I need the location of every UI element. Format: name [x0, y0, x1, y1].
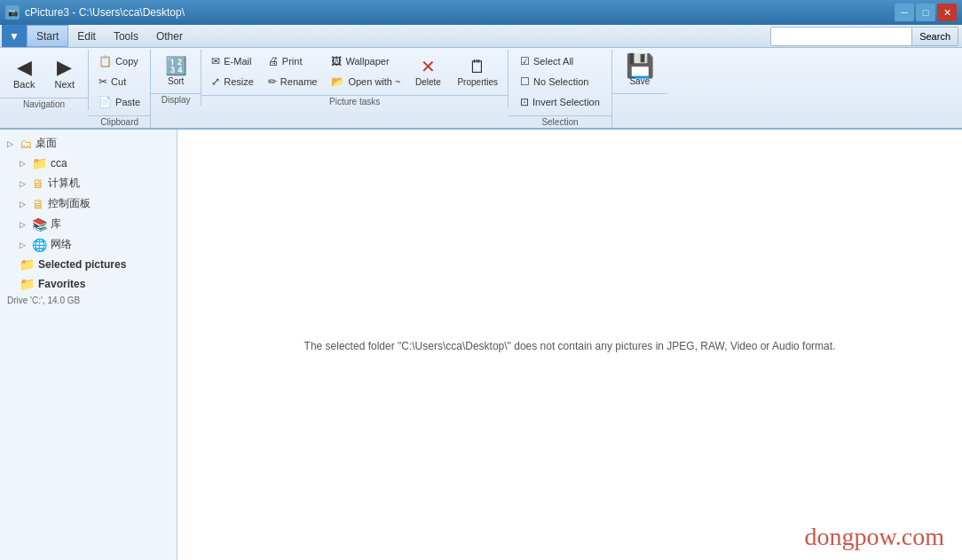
window-controls: ─ □ ✕	[895, 4, 957, 21]
invert-selection-icon: ⊡	[520, 96, 529, 108]
properties-icon: 🗒	[469, 56, 486, 77]
back-button[interactable]: ◀ Back	[5, 51, 43, 94]
resize-icon: ⤢	[211, 75, 220, 88]
open-with-icon: 📂	[331, 75, 344, 88]
expander-desktop[interactable]: ▷	[7, 139, 20, 148]
watermark: dongpow.com	[804, 523, 944, 551]
print-icon: 🖨	[268, 55, 279, 67]
open-with-button[interactable]: 📂 Open with ~	[325, 72, 406, 91]
delete-button[interactable]: ✕ Delete	[408, 52, 447, 91]
invert-selection-button[interactable]: ⊡ Invert Selection	[514, 92, 606, 112]
copy-icon: 📋	[99, 55, 112, 67]
sidebar-item-network[interactable]: ▷ 🌐 网络	[0, 234, 177, 255]
print-button[interactable]: 🖨 Print	[262, 51, 324, 71]
save-label	[612, 93, 667, 96]
expander-cca[interactable]: ▷	[20, 159, 32, 168]
menu-start[interactable]: Start	[27, 25, 68, 47]
close-button[interactable]: ✕	[937, 4, 957, 21]
sidebar-item-computer[interactable]: ▷ 🖥 计算机	[0, 173, 177, 193]
folder-icon-library: 📚	[32, 217, 47, 232]
selection-label: Selection	[509, 115, 611, 128]
sidebar: ▷ 🗂 桌面 ▷ 📁 cca ▷ 🖥 计算机 ▷ 🖥 控制面板	[0, 130, 177, 560]
menu-tools[interactable]: Tools	[105, 25, 147, 47]
sort-button[interactable]: 🔢 Sort	[156, 51, 195, 90]
picture-tasks-label: Picture tasks	[201, 95, 508, 107]
ribbon-display-section: 🔢 Sort Display	[151, 50, 201, 106]
email-button[interactable]: ✉ E-Mail	[205, 51, 260, 71]
paste-button[interactable]: 📄 Paste	[92, 92, 146, 112]
menu-other[interactable]: Other	[147, 25, 192, 47]
rename-icon: ✏	[268, 75, 277, 88]
expander-controlpanel[interactable]: ▷	[20, 200, 32, 209]
select-all-icon: ☑	[520, 55, 530, 67]
sidebar-item-desktop[interactable]: ▷ 🗂 桌面	[0, 133, 177, 154]
save-button[interactable]: 💾 Save	[619, 51, 660, 90]
ribbon-navigation-section: ◀ Back ▶ Next Navigation	[0, 50, 89, 110]
rename-button[interactable]: ✏ Rename	[262, 72, 324, 91]
back-icon: ◀	[17, 56, 32, 79]
content-area: The selected folder "C:\Users\cca\Deskto…	[177, 130, 962, 560]
no-selection-button[interactable]: ☐ No Selection	[514, 72, 606, 91]
expander-network[interactable]: ▷	[20, 241, 32, 249]
sidebar-item-selected-pictures[interactable]: 📁 Selected pictures	[0, 255, 177, 274]
paste-icon: 📄	[99, 96, 112, 108]
email-icon: ✉	[211, 55, 220, 67]
folder-icon-selected: 📁	[20, 257, 35, 272]
main-area: ▷ 🗂 桌面 ▷ 📁 cca ▷ 🖥 计算机 ▷ 🖥 控制面板	[0, 130, 962, 560]
menu-edit[interactable]: Edit	[68, 25, 105, 47]
folder-icon-controlpanel: 🖥	[32, 197, 44, 211]
next-icon: ▶	[57, 56, 72, 79]
sidebar-item-favorites[interactable]: 📁 Favorites	[0, 274, 177, 294]
next-button[interactable]: ▶ Next	[46, 51, 83, 94]
delete-icon: ✕	[421, 56, 436, 77]
maximize-button[interactable]: □	[916, 4, 935, 21]
content-message: The selected folder "C:\Users\cca\Deskto…	[304, 340, 836, 352]
cut-button[interactable]: ✂ Cut	[92, 72, 146, 91]
sidebar-item-controlpanel[interactable]: ▷ 🖥 控制面板	[0, 193, 177, 214]
search-button[interactable]: Search	[912, 27, 958, 46]
navigation-label: Navigation	[0, 98, 88, 110]
ribbon-save-section: 💾 Save	[612, 50, 667, 96]
sort-icon: 🔢	[165, 55, 187, 76]
expander-library[interactable]: ▷	[20, 220, 32, 229]
sidebar-item-cca[interactable]: ▷ 📁 cca	[0, 154, 177, 173]
properties-button[interactable]: 🗒 Properties	[451, 52, 504, 91]
app-menu-button[interactable]: ▼	[2, 25, 27, 47]
copy-button[interactable]: 📋 Copy	[92, 51, 146, 71]
folder-icon-network: 🌐	[32, 238, 47, 252]
drive-label: Drive 'C:', 14.0 GB	[0, 294, 177, 307]
save-icon: 💾	[626, 55, 654, 76]
resize-button[interactable]: ⤢ Resize	[205, 72, 260, 91]
search-input[interactable]	[770, 27, 912, 46]
sidebar-item-library[interactable]: ▷ 📚 库	[0, 214, 177, 234]
minimize-button[interactable]: ─	[895, 4, 914, 21]
select-all-button[interactable]: ☑ Select All	[514, 51, 606, 71]
wallpaper-icon: 🖼	[331, 55, 342, 67]
ribbon-selection-section: ☑ Select All ☐ No Selection ⊡ Invert Sel…	[509, 50, 612, 128]
folder-icon-favorites: 📁	[20, 277, 35, 291]
window-title: cPicture3 - C:\Users\cca\Desktop\	[25, 6, 895, 19]
ribbon-picture-tasks-section: ✉ E-Mail ⤢ Resize 🖨 Print	[201, 50, 509, 107]
display-label: Display	[151, 93, 201, 106]
wallpaper-button[interactable]: 🖼 Wallpaper	[325, 51, 406, 71]
no-selection-icon: ☐	[520, 75, 530, 88]
menu-bar: ▼ Start Edit Tools Other Search	[0, 25, 962, 48]
folder-icon-cca: 📁	[32, 156, 47, 170]
ribbon-clipboard-section: 📋 Copy ✂ Cut 📄 Paste Clipboard	[89, 50, 151, 128]
clipboard-label: Clipboard	[89, 115, 150, 128]
folder-icon-computer: 🖥	[32, 177, 44, 191]
expander-computer[interactable]: ▷	[20, 179, 32, 188]
app-icon: 📷	[5, 5, 20, 20]
cut-icon: ✂	[99, 75, 107, 88]
title-bar: 📷 cPicture3 - C:\Users\cca\Desktop\ ─ □ …	[0, 0, 962, 25]
folder-icon-desktop: 🗂	[20, 137, 32, 151]
ribbon: ◀ Back ▶ Next Navigation 📋 Cop	[0, 48, 962, 130]
